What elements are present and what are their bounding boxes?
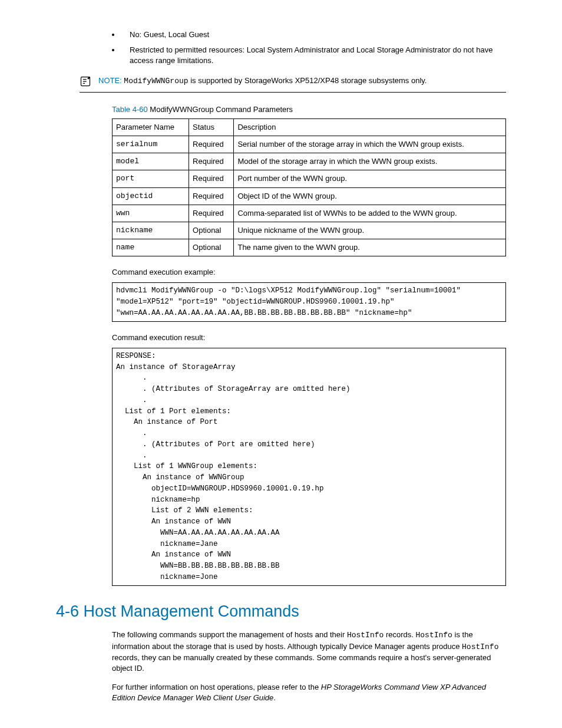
col-description: Description	[234, 118, 506, 136]
table-number: Table 4-60	[112, 105, 148, 114]
param-status: Required	[189, 170, 234, 187]
param-name: name	[113, 239, 189, 256]
col-status: Status	[189, 118, 234, 136]
code-hostinfo: HostInfo	[347, 631, 384, 640]
access-bullets: No: Guest, Local Guest Restricted to per…	[56, 29, 506, 67]
param-desc: Unique nickname of the WWN group.	[234, 222, 506, 239]
table-row: portRequiredPort number of the WWN group…	[113, 170, 506, 187]
exec-example-label: Command execution example:	[112, 267, 506, 278]
parameters-table: Parameter Name Status Description serial…	[112, 118, 506, 257]
note-icon	[80, 75, 91, 87]
section-heading: 4-6 Host Management Commands	[56, 601, 506, 623]
note-label: NOTE:	[98, 76, 122, 85]
note-rest: is supported by StorageWorks XP512/XP48 …	[189, 76, 427, 85]
text: records.	[384, 630, 415, 639]
param-name: objectid	[113, 187, 189, 205]
table-caption-text: ModifyWWNGroup Command Parameters	[148, 105, 293, 114]
table-row: objectidRequiredObject ID of the WWN gro…	[113, 187, 506, 205]
param-status: Required	[189, 153, 234, 170]
exec-example-code: hdvmcli ModifyWWNGroup -o "D:\logs\XP512…	[112, 282, 506, 321]
param-status: Optional	[189, 239, 234, 256]
param-desc: Object ID of the WWN group.	[234, 187, 506, 205]
table-row: modelRequiredModel of the storage array …	[113, 153, 506, 170]
param-desc: Model of the storage array in which the …	[234, 153, 506, 170]
param-name: port	[113, 170, 189, 187]
table-row: nameOptionalThe name given to the WWN gr…	[113, 239, 506, 256]
table-row: wwnRequiredComma-separated list of WWNs …	[113, 205, 506, 222]
param-desc: Comma-separated list of WWNs to be added…	[234, 205, 506, 222]
param-desc: Port number of the WWN group.	[234, 170, 506, 187]
code-hostinfo: HostInfo	[462, 643, 498, 651]
param-desc: The name given to the WWN group.	[234, 239, 506, 256]
param-name: model	[113, 153, 189, 170]
bullet-item: No: Guest, Local Guest	[121, 29, 506, 40]
param-name: serialnum	[113, 136, 189, 153]
note-code: ModifyWWNGroup	[124, 77, 188, 85]
param-name: wwn	[113, 205, 189, 222]
host-mgmt-para-1: The following commands support the manag…	[112, 630, 506, 674]
param-status: Required	[189, 205, 234, 222]
exec-result-label: Command execution result:	[112, 332, 506, 343]
param-name: nickname	[113, 222, 189, 239]
param-status: Required	[189, 187, 234, 205]
table-header-row: Parameter Name Status Description	[113, 118, 506, 136]
param-desc: Serial number of the storage array in wh…	[234, 136, 506, 153]
code-hostinfo: HostInfo	[416, 631, 452, 640]
table-caption: Table 4-60 ModifyWWNGroup Command Parame…	[112, 104, 506, 115]
text: records, they can be manually created by…	[112, 653, 491, 673]
host-mgmt-para-2: For further information on host operatio…	[112, 682, 506, 703]
note-text: NOTE: ModifyWWNGroup is supported by Sto…	[98, 75, 506, 87]
text: For further information on host operatio…	[112, 683, 321, 691]
note-block: NOTE: ModifyWWNGroup is supported by Sto…	[80, 75, 506, 93]
bullet-item: Restricted to permitted resources: Local…	[121, 45, 506, 66]
param-status: Optional	[189, 222, 234, 239]
col-param-name: Parameter Name	[113, 118, 189, 136]
table-row: serialnumRequiredSerial number of the st…	[113, 136, 506, 153]
param-status: Required	[189, 136, 234, 153]
text: The following commands support the manag…	[112, 630, 347, 639]
table-row: nicknameOptionalUnique nickname of the W…	[113, 222, 506, 239]
exec-result-code: RESPONSE: An instance of StorageArray . …	[112, 348, 506, 586]
text: .	[273, 693, 276, 702]
